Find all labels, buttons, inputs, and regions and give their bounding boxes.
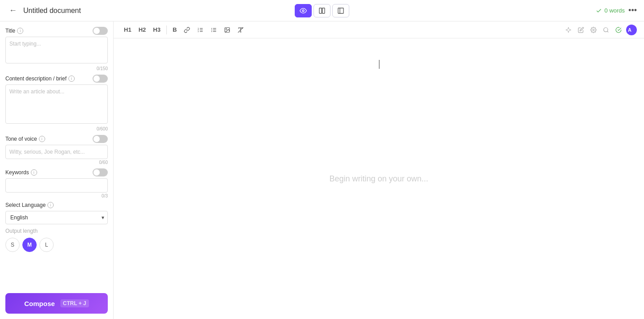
- user-avatar: A: [628, 27, 631, 33]
- check-circle-icon: [615, 27, 622, 33]
- title-label-row: Title i: [5, 27, 108, 35]
- content-toggle-knob: [93, 76, 100, 82]
- svg-rect-2: [322, 8, 325, 13]
- svg-point-0: [302, 10, 304, 12]
- edit-icon: [578, 27, 584, 33]
- toolbar-ordered-list-button[interactable]: 1 2 3: [194, 25, 207, 35]
- language-info-icon[interactable]: i: [47, 202, 54, 208]
- toolbar-h2-button[interactable]: H2: [136, 24, 149, 35]
- toolbar-h3-button[interactable]: H3: [150, 24, 164, 35]
- content-label-row: Content description / brief i: [5, 75, 108, 83]
- keywords-info-icon[interactable]: i: [31, 169, 37, 176]
- word-count: 0 words: [596, 7, 625, 14]
- language-select-wrapper: English French Spanish German Italian Po…: [5, 211, 108, 224]
- language-select[interactable]: English French Spanish German Italian Po…: [5, 211, 108, 224]
- toolbar-edit-button[interactable]: [576, 25, 586, 35]
- size-large-button[interactable]: L: [39, 238, 54, 252]
- title-label: Title i: [5, 28, 23, 34]
- content-textarea[interactable]: [5, 84, 108, 124]
- toolbar-settings-button[interactable]: [589, 25, 598, 35]
- keywords-field-group: Keywords i 0/3: [5, 168, 108, 198]
- tone-label-row: Tone of voice i: [5, 135, 108, 143]
- svg-text:3: 3: [198, 30, 199, 32]
- tone-toggle-knob: [93, 136, 100, 142]
- title-toggle[interactable]: [93, 27, 108, 35]
- content-toggle[interactable]: [93, 75, 108, 83]
- keywords-input[interactable]: [5, 178, 108, 193]
- annotation-arrows: [114, 38, 149, 306]
- tone-info-icon[interactable]: i: [39, 136, 45, 142]
- output-length-label: Output length: [5, 228, 108, 234]
- content-field-group: Content description / brief i 0/600: [5, 75, 108, 131]
- svg-rect-3: [338, 8, 343, 13]
- toolbar-user-button[interactable]: A: [626, 25, 637, 35]
- compose-button[interactable]: Compose CTRL + J: [5, 293, 108, 314]
- toolbar-unordered-list-button[interactable]: [208, 25, 220, 35]
- content-char-count: 0/600: [5, 126, 108, 131]
- ordered-list-icon: 1 2 3: [197, 27, 203, 33]
- back-button[interactable]: ←: [7, 4, 19, 17]
- tone-label: Tone of voice i: [5, 136, 45, 142]
- content-label: Content description / brief i: [5, 76, 75, 82]
- title-info-icon[interactable]: i: [17, 28, 23, 34]
- text-cursor: [379, 60, 380, 69]
- topbar: ← Untitled document 0 words •••: [0, 0, 644, 21]
- size-small-button[interactable]: S: [5, 238, 20, 252]
- title-toggle-knob: [93, 28, 100, 34]
- compose-shortcut: CTRL + J: [60, 299, 89, 307]
- image-icon: [224, 27, 230, 33]
- sidebar-scroll-area: Title i 0/150 Content description / brie…: [0, 21, 113, 288]
- search-icon: [603, 27, 609, 33]
- check-icon: [596, 8, 602, 14]
- view-panel-button[interactable]: [332, 4, 349, 17]
- editor-area: H1 H2 H3 B 1 2 3: [114, 21, 644, 319]
- size-medium-button[interactable]: M: [22, 238, 37, 252]
- keywords-toggle-knob: [93, 169, 100, 176]
- svg-point-18: [226, 29, 227, 29]
- tone-input[interactable]: [5, 145, 108, 159]
- topbar-left: ← Untitled document: [7, 4, 295, 17]
- view-split-button[interactable]: [314, 4, 330, 17]
- toolbar-separator-1: [166, 25, 167, 34]
- title-char-count: 0/150: [5, 66, 108, 71]
- settings-icon: [590, 27, 597, 33]
- view-preview-button[interactable]: [295, 4, 312, 17]
- tone-toggle[interactable]: [93, 135, 108, 143]
- toolbar-magic-button[interactable]: [564, 25, 573, 35]
- toolbar-h1-button[interactable]: H1: [121, 24, 135, 35]
- main-layout: Title i 0/150 Content description / brie…: [0, 21, 644, 319]
- size-buttons: S M L: [5, 238, 108, 252]
- keywords-label: Keywords i: [5, 169, 37, 176]
- language-label: Select Language i: [5, 202, 108, 208]
- keywords-toggle[interactable]: [93, 168, 108, 176]
- toolbar-search-button[interactable]: [601, 25, 611, 35]
- toolbar-bold-button[interactable]: B: [169, 24, 180, 35]
- document-title: Untitled document: [23, 7, 81, 15]
- word-count-label: 0 words: [605, 7, 625, 14]
- panel-icon: [337, 7, 344, 14]
- compose-label: Compose: [24, 300, 55, 307]
- title-field-group: Title i 0/150: [5, 27, 108, 71]
- clear-format-icon: [237, 27, 244, 33]
- toolbar-check-button[interactable]: [614, 25, 623, 35]
- topbar-right: 0 words •••: [349, 6, 637, 15]
- split-icon: [318, 7, 326, 14]
- output-length-group: Output length S M L: [5, 228, 108, 252]
- content-info-icon[interactable]: i: [68, 76, 75, 82]
- keywords-label-row: Keywords i: [5, 168, 108, 176]
- svg-point-22: [593, 29, 594, 31]
- svg-point-16: [212, 31, 212, 32]
- svg-line-24: [607, 31, 609, 32]
- eye-icon: [300, 7, 307, 14]
- toolbar-clear-format-button[interactable]: [234, 25, 247, 35]
- toolbar-link-button[interactable]: [181, 25, 193, 35]
- toolbar-image-button[interactable]: [221, 25, 233, 35]
- title-textarea[interactable]: [5, 37, 108, 63]
- editor-content[interactable]: Begin writing on your own...: [114, 38, 644, 319]
- more-button[interactable]: •••: [628, 6, 637, 15]
- keywords-char-count: 0/3: [5, 193, 108, 198]
- editor-placeholder: Begin writing on your own...: [329, 174, 428, 184]
- topbar-center: [295, 4, 349, 17]
- svg-point-15: [212, 29, 212, 30]
- editor-cursor-area: [378, 60, 380, 69]
